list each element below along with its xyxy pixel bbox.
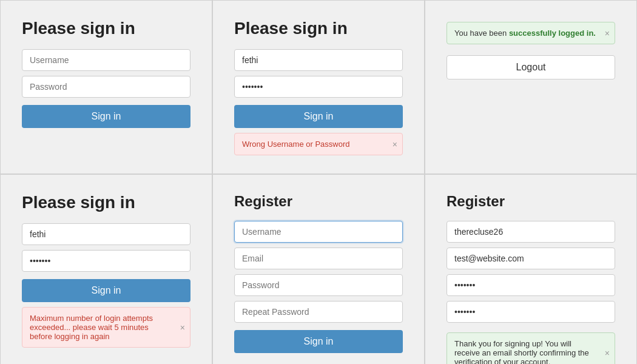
close-register-success[interactable]: × bbox=[605, 349, 610, 357]
register-panel-1: Register Sign in bbox=[212, 174, 425, 364]
signin-title-4: Please sign in bbox=[22, 193, 190, 212]
error-alert-2: Wrong Username or Password × bbox=[234, 133, 403, 155]
signin-panel-2: Please sign in Sign in Wrong Username or… bbox=[212, 0, 425, 174]
success-alert: You have been successfully logged in. × bbox=[447, 22, 615, 44]
success-prefix: You have been bbox=[454, 29, 509, 38]
username-input-1[interactable] bbox=[22, 49, 190, 71]
register-title-2: Register bbox=[447, 193, 615, 210]
loggedin-panel: You have been successfully logged in. × … bbox=[425, 0, 637, 174]
close-success[interactable]: × bbox=[605, 29, 610, 38]
signin-button-4[interactable]: Sign in bbox=[22, 279, 190, 302]
signin-button-2[interactable]: Sign in bbox=[234, 105, 403, 128]
signin-button-1[interactable]: Sign in bbox=[22, 105, 190, 128]
username-input-2[interactable] bbox=[234, 49, 403, 71]
register-success-message: Thank you for signing up! You will recei… bbox=[454, 339, 589, 364]
register-email-input-2[interactable] bbox=[447, 248, 615, 269]
register-signin-button[interactable]: Sign in bbox=[234, 330, 403, 353]
error-alert-4: Maximum number of login attempts exceede… bbox=[22, 307, 190, 348]
error-message-2: Wrong Username or Password bbox=[242, 140, 350, 149]
register-password-input-2[interactable] bbox=[447, 274, 615, 296]
success-bold: successfully logged in. bbox=[509, 29, 596, 38]
register-panel-2: Register Thank you for signing up! You w… bbox=[425, 174, 637, 364]
signin-panel-4: Please sign in Sign in Maximum number of… bbox=[0, 174, 212, 364]
username-input-4[interactable] bbox=[22, 223, 190, 245]
register-email-input[interactable] bbox=[234, 248, 403, 269]
logout-button[interactable]: Logout bbox=[447, 55, 615, 79]
register-username-input-2[interactable] bbox=[447, 221, 615, 243]
password-input-1[interactable] bbox=[22, 76, 190, 98]
password-input-2[interactable] bbox=[234, 76, 403, 98]
close-error-4[interactable]: × bbox=[180, 323, 185, 332]
register-repeat-password-input-2[interactable] bbox=[447, 301, 615, 323]
register-password-input[interactable] bbox=[234, 274, 403, 296]
signin-title-2: Please sign in bbox=[234, 19, 403, 38]
register-username-input[interactable] bbox=[234, 221, 403, 243]
register-title-1: Register bbox=[234, 193, 403, 210]
register-success-alert: Thank you for signing up! You will recei… bbox=[447, 332, 615, 364]
password-input-4[interactable] bbox=[22, 250, 190, 272]
register-repeat-password-input[interactable] bbox=[234, 301, 403, 323]
error-message-4: Maximum number of login attempts exceede… bbox=[30, 314, 153, 341]
signin-title-1: Please sign in bbox=[22, 19, 190, 38]
signin-panel-1: Please sign in Sign in bbox=[0, 0, 212, 174]
close-error-2[interactable]: × bbox=[393, 140, 397, 149]
